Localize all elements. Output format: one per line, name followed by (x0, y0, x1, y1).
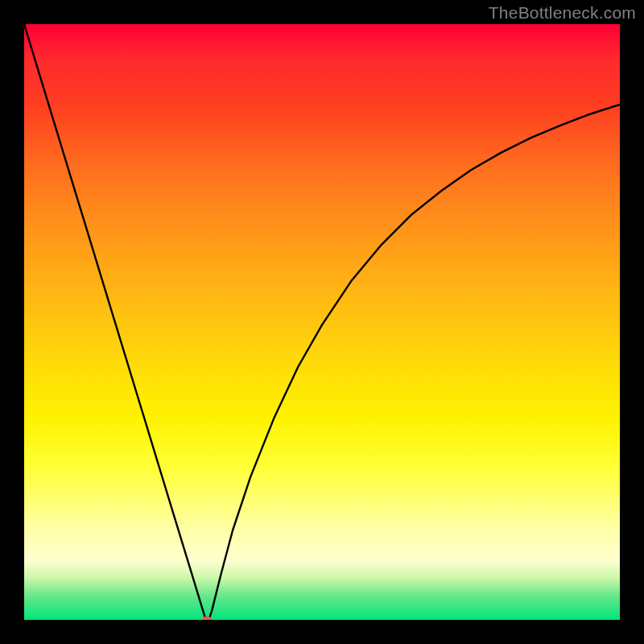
watermark-text: TheBottleneck.com (489, 3, 636, 23)
plot-area (24, 24, 620, 620)
marker-layer (24, 24, 620, 620)
chart-container: TheBottleneck.com (0, 0, 644, 644)
minimum-marker (202, 617, 212, 621)
